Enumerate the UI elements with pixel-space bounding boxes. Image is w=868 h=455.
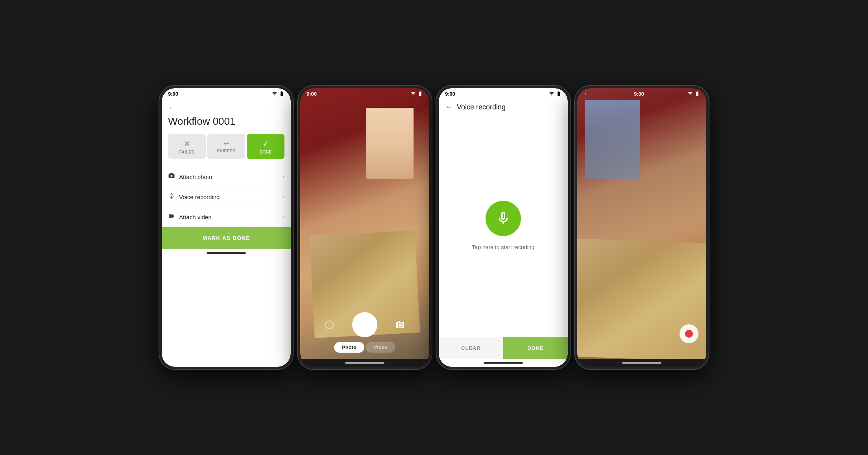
- mark-done-label: MARK AS DONE: [202, 235, 250, 241]
- failed-label: FAILED: [179, 150, 195, 154]
- skipped-icon: ↩: [224, 140, 229, 147]
- record-video-button[interactable]: [680, 324, 698, 343]
- done-button[interactable]: ✓ DONE: [247, 134, 284, 159]
- status-time-3: 9:00: [445, 91, 455, 97]
- status-bar-3: 9:00: [439, 88, 568, 99]
- photo-tab[interactable]: Photo: [334, 342, 364, 353]
- attach-photo-item[interactable]: Attach photo ›: [168, 167, 284, 187]
- failed-button[interactable]: ✕ FAILED: [168, 134, 206, 159]
- home-indicator-3: [439, 359, 568, 367]
- status-icons-1: [272, 91, 284, 96]
- video-status-bar: ← 9:00: [577, 88, 706, 99]
- phone-voice: 9:00 ← Voice recording Tap here to start…: [436, 86, 570, 369]
- mic-record-button[interactable]: [486, 201, 521, 236]
- attach-video-item[interactable]: Attach video ›: [168, 207, 284, 227]
- camera-shutter-row: ⚡: [300, 312, 429, 337]
- voice-recording-label: Voice recording: [179, 194, 283, 200]
- screen-voice: 9:00 ← Voice recording Tap here to start…: [439, 88, 568, 367]
- mic-icon: [168, 192, 179, 201]
- screen-workflow: 9:00 ← Workflow 0001 ✕ FAILED ↩ SKIPPED: [162, 88, 291, 367]
- flip-camera-button[interactable]: [393, 318, 407, 332]
- chevron-video-icon: ›: [283, 214, 284, 220]
- camera-status-icons: [410, 91, 423, 96]
- status-bar-1: 9:00: [162, 88, 291, 99]
- video-icon: [168, 213, 179, 221]
- skipped-button[interactable]: ↩ SKIPPED: [207, 134, 245, 159]
- camera-home-bar: [345, 362, 384, 364]
- home-bar-3: [484, 362, 523, 364]
- menu-list: Attach photo › Voice recording › Attach …: [162, 167, 291, 227]
- voice-title: Voice recording: [457, 103, 506, 111]
- camera-status-bar: 9:00: [300, 88, 429, 99]
- workflow-content: ← Workflow 0001 ✕ FAILED ↩ SKIPPED ✓ DON…: [162, 99, 291, 227]
- video-home-indicator: [577, 359, 706, 367]
- failed-icon: ✕: [184, 139, 190, 148]
- video-home-bar: [622, 362, 661, 364]
- clear-button[interactable]: CLEAR: [439, 337, 503, 359]
- camera-viewfinder: 9:00 ⚡ Photo Video: [300, 88, 429, 359]
- video-header-row: ←: [584, 90, 591, 98]
- mark-done-bar[interactable]: MARK AS DONE: [162, 227, 291, 249]
- home-indicator-1: [162, 249, 291, 257]
- back-button-1[interactable]: ←: [162, 99, 291, 114]
- flash-off-icon: ⚡: [325, 320, 334, 329]
- back-button-3[interactable]: ←: [445, 103, 452, 111]
- camera-controls: ⚡ Photo Video: [300, 312, 429, 359]
- status-icons-3: [549, 91, 561, 96]
- voice-action-bar: CLEAR DONE: [439, 337, 568, 359]
- video-tab[interactable]: Video: [366, 342, 395, 353]
- phone-video: ← 9:00: [575, 86, 709, 369]
- video-image: [577, 88, 706, 359]
- voice-content: Tap here to start recoding: [439, 114, 568, 337]
- back-arrow-1: ←: [168, 104, 175, 112]
- video-viewfinder: ← 9:00: [577, 88, 706, 359]
- video-status-icons: [687, 91, 700, 96]
- attach-photo-label: Attach photo: [179, 174, 283, 180]
- record-dot-icon: [685, 330, 693, 338]
- page-title-1: Workflow 0001: [162, 114, 291, 134]
- shutter-button[interactable]: [352, 312, 377, 337]
- photo-video-tabs: Photo Video: [300, 342, 429, 353]
- camera-icon: [168, 172, 179, 181]
- flash-button[interactable]: ⚡: [322, 318, 336, 332]
- status-time-1: 9:00: [168, 91, 178, 97]
- camera-status-time: 9:00: [307, 91, 317, 97]
- phone-camera: 9:00 ⚡ Photo Video: [298, 86, 432, 369]
- phone-workflow: 9:00 ← Workflow 0001 ✕ FAILED ↩ SKIPPED: [159, 86, 293, 369]
- chevron-photo-icon: ›: [283, 174, 284, 180]
- video-status-time: 9:00: [634, 91, 644, 97]
- attach-video-label: Attach video: [179, 214, 283, 220]
- done-label: DONE: [260, 150, 272, 154]
- done-icon: ✓: [262, 139, 269, 148]
- voice-done-button[interactable]: DONE: [503, 337, 568, 359]
- voice-recording-item[interactable]: Voice recording ›: [168, 187, 284, 207]
- voice-hint-text: Tap here to start recoding: [472, 244, 535, 250]
- home-bar-1: [207, 252, 246, 254]
- skipped-label: SKIPPED: [217, 149, 235, 153]
- record-button-container: [680, 324, 698, 343]
- status-buttons-group: ✕ FAILED ↩ SKIPPED ✓ DONE: [168, 134, 284, 159]
- camera-home-indicator: [300, 359, 429, 367]
- chevron-voice-icon: ›: [283, 194, 284, 200]
- voice-header: ← Voice recording: [439, 99, 568, 114]
- back-button-4[interactable]: ←: [584, 90, 591, 98]
